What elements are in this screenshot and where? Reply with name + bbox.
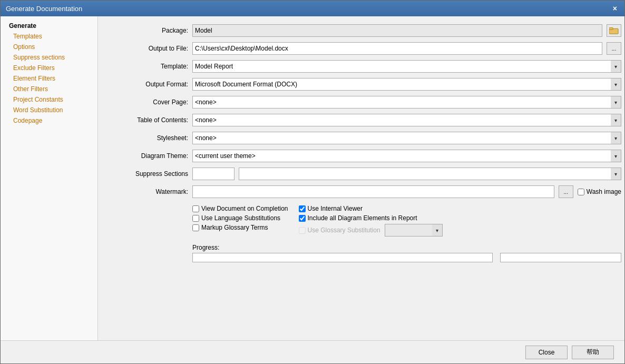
- dialog-title: Generate Documentation: [6, 5, 82, 13]
- right-checkboxes: Use Internal Viewer Include all Diagram …: [299, 205, 443, 237]
- output-file-input[interactable]: [192, 42, 602, 55]
- include-all-diagrams-label: Include all Diagram Elements in Report: [299, 214, 443, 222]
- stylesheet-label: Stylesheet:: [106, 134, 188, 142]
- svg-rect-1: [609, 28, 613, 30]
- include-all-diagrams-text: Include all Diagram Elements in Report: [308, 214, 417, 222]
- folder-icon: [609, 26, 619, 35]
- content-area: Package: Output to File: ...: [98, 16, 624, 340]
- title-bar: Generate Documentation ×: [1, 1, 624, 16]
- toc-select-wrapper: <none> ▾: [192, 114, 621, 126]
- toc-label: Table of Contents:: [106, 116, 188, 124]
- close-icon[interactable]: ×: [611, 5, 619, 12]
- use-lang-subs-label: Use Language Substitutions: [192, 214, 288, 222]
- view-doc-text: View Document on Completion: [201, 205, 288, 212]
- output-format-label: Output Format:: [106, 81, 188, 88]
- template-label: Template:: [106, 63, 188, 70]
- markup-glossary-text: Markup Glossary Terms: [201, 224, 268, 231]
- output-file-row: Output to File: ...: [106, 42, 621, 55]
- output-format-row: Output Format: Microsoft Document Format…: [106, 77, 621, 91]
- cover-page-label: Cover Page:: [106, 99, 188, 106]
- sidebar-item-codepage[interactable]: Codepage: [1, 115, 97, 126]
- sidebar-item-suppress-sections[interactable]: Suppress sections: [1, 52, 97, 63]
- suppress-sections-select[interactable]: [239, 168, 621, 180]
- sidebar: Generate Templates Options Suppress sect…: [1, 16, 98, 340]
- use-internal-viewer-checkbox[interactable]: [299, 205, 306, 212]
- progress-section: Progress:: [106, 244, 621, 262]
- glossary-select-wrapper: ▾: [385, 224, 443, 237]
- cover-page-row: Cover Page: <none> ▾: [106, 95, 621, 109]
- cover-page-select[interactable]: <none>: [192, 96, 621, 109]
- diagram-theme-label: Diagram Theme:: [106, 152, 188, 160]
- sidebar-item-project-constants[interactable]: Project Constants: [1, 94, 97, 105]
- left-checkboxes: View Document on Completion Use Language…: [192, 205, 288, 237]
- sidebar-item-templates[interactable]: Templates: [1, 31, 97, 42]
- include-all-diagrams-checkbox[interactable]: [299, 215, 306, 222]
- view-doc-label: View Document on Completion: [192, 205, 288, 212]
- suppress-sections-input[interactable]: [192, 168, 235, 180]
- stylesheet-select-wrapper: <none> ▾: [192, 132, 621, 144]
- watermark-input[interactable]: [192, 185, 554, 198]
- diagram-theme-select[interactable]: <current user theme>: [192, 150, 621, 162]
- wash-image-label: Wash image: [578, 188, 621, 195]
- use-lang-subs-checkbox[interactable]: [192, 215, 199, 222]
- sidebar-item-generate[interactable]: Generate: [1, 21, 97, 31]
- secondary-progress-bar: [500, 253, 621, 262]
- stylesheet-row: Stylesheet: <none> ▾: [106, 131, 621, 145]
- output-file-label: Output to File:: [106, 45, 188, 52]
- use-internal-viewer-text: Use Internal Viewer: [308, 205, 363, 212]
- glossary-select[interactable]: [385, 224, 443, 237]
- sidebar-item-options[interactable]: Options: [1, 42, 97, 52]
- diagram-theme-select-wrapper: <current user theme> ▾: [192, 150, 621, 162]
- suppress-sections-label: Suppress Sections: [106, 170, 188, 178]
- markup-glossary-label: Markup Glossary Terms: [192, 224, 288, 231]
- use-internal-viewer-label: Use Internal Viewer: [299, 205, 443, 212]
- wash-image-text: Wash image: [587, 188, 621, 195]
- watermark-label: Watermark:: [106, 188, 188, 195]
- bottom-bar: Close 帮助: [1, 340, 624, 363]
- use-glossary-sub-text: Use Glossary Substitution: [308, 227, 380, 234]
- sidebar-item-word-substitution[interactable]: Word Substitution: [1, 105, 97, 115]
- suppress-sections-row: Suppress Sections ▾: [106, 167, 621, 181]
- watermark-browse-button[interactable]: ...: [559, 185, 573, 198]
- cover-page-select-wrapper: <none> ▾: [192, 96, 621, 109]
- checkboxes-area: View Document on Completion Use Language…: [106, 205, 621, 237]
- main-progress-bar: [192, 253, 493, 262]
- sidebar-item-element-filters[interactable]: Element Filters: [1, 73, 97, 84]
- toc-row: Table of Contents: <none> ▾: [106, 113, 621, 127]
- template-select[interactable]: Model Report: [192, 60, 621, 73]
- glossary-row: Use Glossary Substitution ▾: [299, 224, 443, 237]
- main-and-side: Package: Output to File: ...: [98, 16, 624, 340]
- generate-documentation-dialog: Generate Documentation × Generate Templa…: [0, 0, 625, 364]
- dialog-body: Generate Templates Options Suppress sect…: [1, 16, 624, 340]
- use-glossary-sub-label: Use Glossary Substitution: [299, 227, 380, 234]
- help-button[interactable]: 帮助: [572, 346, 614, 359]
- package-browse-button[interactable]: [607, 24, 621, 37]
- markup-glossary-checkbox[interactable]: [192, 224, 199, 231]
- progress-row: [106, 253, 621, 262]
- template-select-wrapper: Model Report ▾: [192, 60, 621, 73]
- use-lang-subs-text: Use Language Substitutions: [201, 214, 280, 222]
- diagram-theme-row: Diagram Theme: <current user theme> ▾: [106, 149, 621, 163]
- package-input[interactable]: [192, 24, 602, 37]
- toc-select[interactable]: <none>: [192, 114, 621, 126]
- output-format-select[interactable]: Microsoft Document Format (DOCX): [192, 78, 621, 91]
- watermark-row: Watermark: ... Wash image: [106, 185, 621, 199]
- package-row: Package:: [106, 24, 621, 37]
- sidebar-item-other-filters[interactable]: Other Filters: [1, 84, 97, 94]
- package-label: Package:: [106, 27, 188, 34]
- stylesheet-select[interactable]: <none>: [192, 132, 621, 144]
- wash-image-checkbox[interactable]: [578, 189, 584, 195]
- output-file-browse-button[interactable]: ...: [607, 42, 621, 55]
- progress-label: Progress:: [106, 244, 621, 251]
- suppress-sections-select-wrapper: ▾: [239, 168, 621, 180]
- output-format-select-wrapper: Microsoft Document Format (DOCX) ▾: [192, 78, 621, 91]
- sidebar-item-exclude-filters[interactable]: Exclude Filters: [1, 63, 97, 73]
- use-glossary-sub-checkbox[interactable]: [299, 227, 306, 234]
- template-row: Template: Model Report ▾: [106, 60, 621, 73]
- view-doc-checkbox[interactable]: [192, 205, 199, 212]
- close-button[interactable]: Close: [525, 346, 568, 359]
